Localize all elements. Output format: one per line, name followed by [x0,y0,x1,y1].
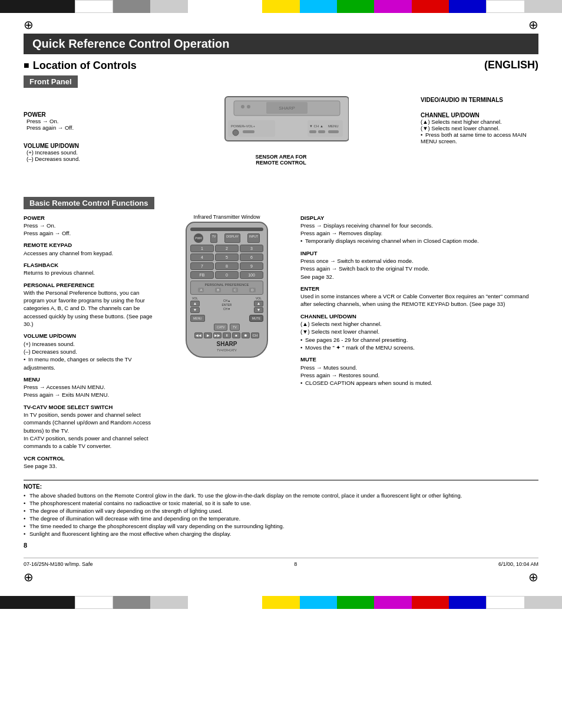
mute-btn: MUTE [249,315,263,322]
note-item-4: The degree of illumination will decrease… [24,515,538,522]
cb-cyan [300,0,337,13]
fp-right-labels: VIDEO/AUDIO IN TERMINALS CHANNEL UP/DOWN… [421,94,538,188]
rl-tvcatv-title: TV-CATV MODE SELECT SWITCH [24,403,159,411]
color-bar [0,0,562,13]
rr-channel-desc: (▲) Selects next higher channel.(▼) Sele… [300,320,538,351]
rr-enter: ENTER Used in some instances where a VCR… [300,285,538,308]
note-item-6: Sunlight and fluorescent lighting are th… [24,531,538,537]
note-item-1: The above shaded buttons on the Remote C… [24,492,538,499]
rr-mute-bullet: CLOSED CAPTION appears when sound is mut… [300,380,432,386]
play-btn: ▶ [204,332,212,338]
num-grid: 1 2 3 4 5 6 7 8 9 FB 0 100 [190,245,263,279]
rl-pref-title: PERSONAL PREFERENCE [24,281,159,289]
rr-input-desc: Press once → Switch to external video mo… [300,257,538,281]
basic-remote-label: Basic Remote Control Functions [24,197,154,209]
remote-content: POWER Press → On.Press again → Off. REMO… [24,214,538,475]
cb-bottom-cyan [300,596,337,609]
rr-mute: MUTE Press → Mutes sound.Press again → R… [300,355,538,387]
fp-power-desc: Press → On.Press again → Off. [24,118,141,131]
rr-channel-updown: CHANNEL UP/DOWN (▲) Selects next higher … [300,312,538,351]
bottom-reg-marks: ⊕ ⊕ [24,570,538,584]
fp-volume-title: VOLUME UP/DOWN [24,143,141,149]
btn-5: 5 [215,253,239,261]
rr-display-title: DISPLAY [300,214,538,222]
rr-input-title: INPUT [300,249,538,257]
remote-brand: SHARP [190,341,263,347]
pause-btn: ⏸ [223,332,231,338]
fp-left-labels: POWER Press → On.Press again → Off. VOLU… [24,94,141,188]
svg-rect-10 [243,130,254,133]
cb-green [337,0,374,13]
btn-6: 6 [240,253,263,261]
btn-1: 1 [190,245,214,252]
power-btn: PWR [194,233,203,243]
remote-bottom-text: TV•VCR•CATV [190,348,263,352]
remote-right-col: DISPLAY Press → Displays receiving chann… [295,214,538,475]
menu-btn: MENU [190,315,205,322]
reg-mark-bl: ⊕ [24,570,34,584]
vcr-ch-btn: CH [251,332,259,338]
cb-bottom-red [412,596,449,609]
reg-mark-tr: ⊕ [528,19,538,31]
rr-mute-desc: Press → Mutes sound.Press again → Restor… [300,364,538,387]
svg-rect-13 [309,130,316,133]
cb-bottom-white2 [486,596,524,609]
fp-video-audio-label: VIDEO/AUDIO IN TERMINALS [421,97,538,103]
rl-flashback: FLASHBACK Returns to previous channel. [24,261,159,277]
catv-btn: CATV [214,324,227,331]
rl-power-title: POWER [24,214,159,222]
svg-point-8 [233,130,239,136]
rr-display: DISPLAY Press → Displays receiving chann… [300,214,538,245]
cb-lgray2 [525,0,562,13]
cb-bottom-yellow [262,596,299,609]
vol-r-down: ▼ [254,307,263,313]
pref-b: B [215,288,221,292]
svg-text:▼ CH ▲: ▼ CH ▲ [309,124,323,128]
rl-power-desc: Press → On.Press again → Off. [24,222,159,238]
cb-bottom-gray [113,596,150,609]
page-number: 8 [24,542,538,549]
rr-enter-title: ENTER [300,285,538,292]
remote-left-col: POWER Press → On.Press again → Off. REMO… [24,214,159,475]
rl-menu: MENU Press → Accesses MAIN MENU.Press ag… [24,375,159,399]
rl-vcr-control: VCR CONTROL See page 33. [24,454,159,470]
ch-label: CH▲ [223,299,230,302]
cb-bottom-green [337,596,374,609]
rr-channel-title: CHANNEL UP/DOWN [300,312,538,320]
ff-btn: ▶▶ [213,332,222,338]
stop-btn: ■ [232,332,240,338]
ch-down-label: CH▼ [223,307,230,311]
section-header-row: Location of Controls (ENGLISH) [24,59,538,72]
pref-a: A [198,288,204,292]
rr-display-desc: Press → Displays receiving channel for f… [300,222,538,245]
remote-center-col: Infrared Transmitter Window PWR TV DISPL… [159,214,295,475]
cb-yellow [262,0,299,13]
pref-c: C [232,288,238,292]
tv-front-svg: SHARP POWER +VOL+ ▼ CH ▲ MENU [213,94,349,153]
personal-pref-area: PERSONAL PREFERENCE A B C D [190,281,263,295]
rl-menu-title: MENU [24,375,159,383]
cb-lgray [150,0,187,13]
vol-up-btn: ▲ [190,301,200,307]
btn-100: 100 [240,271,263,279]
rr-channel-bullet1: See pages 26 - 29 for channel presetting… [300,337,408,343]
note-item-3: The degree of illumination will vary dep… [24,508,538,514]
svg-text:SHARP: SHARP [279,106,295,111]
cb-bottom-magenta [374,596,411,609]
cb-bottom-spacer [188,596,263,609]
reg-mark-tl: ⊕ [24,19,34,31]
pref-buttons: A B C D [193,288,261,292]
svg-point-3 [247,105,250,108]
vol-down-btn: ▼ [190,307,200,313]
mute-group: VOL ▲ ▼ [254,297,263,313]
reg-mark-br: ⊕ [528,570,538,584]
svg-point-2 [241,105,244,108]
rl-vol-bullet: In menu mode, changes or selects the TV … [24,356,132,370]
transport-row: ◀◀ ▶ ▶▶ ⏸ ■ ⏺ CH [190,332,263,338]
rl-remote-keypad: REMOTE KEYPAD Accesses any channel from … [24,241,159,257]
tv-catv-switch: CATV TV [190,324,263,331]
rl-flashback-title: FLASHBACK [24,261,159,269]
footer-right: 6/1/00, 10:04 AM [498,561,538,567]
cb-white2 [486,0,524,13]
rr-mute-title: MUTE [300,355,538,363]
